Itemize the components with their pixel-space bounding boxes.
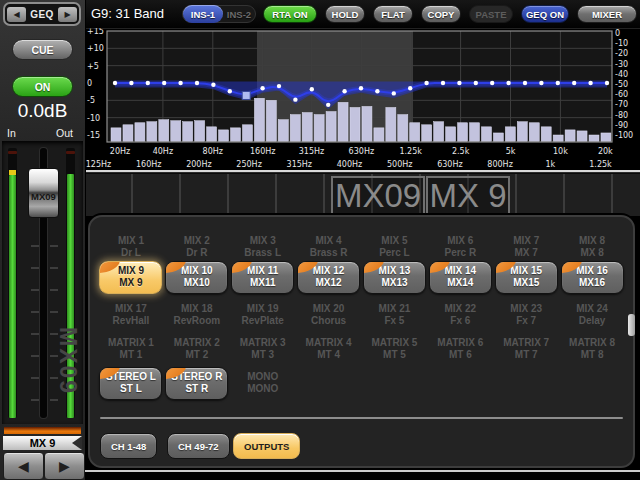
fader-scale-tick (31, 289, 39, 291)
rta-bar (589, 135, 599, 142)
band-dot (178, 81, 182, 85)
fader-handle[interactable]: MX09 (28, 168, 59, 218)
fader-scale-tick (31, 377, 39, 379)
panel-scrollbar[interactable] (628, 314, 635, 336)
channel-select-panel: MIX 1Dr LMIX 2Dr RMIX 3Brass LMIX 4Brass… (88, 215, 635, 468)
rta-bar (350, 107, 360, 141)
channel-cell: MIX 19RevPlate (230, 298, 296, 332)
cue-button[interactable]: CUE (12, 39, 73, 60)
channel-button-mix-12[interactable]: MIX 12MX12 (297, 261, 360, 294)
channel-cell (362, 366, 428, 400)
channel-cell (427, 366, 493, 400)
channel-prev-button[interactable]: ◀ (3, 452, 44, 480)
on-button[interactable]: ON (12, 76, 73, 97)
copy-button[interactable]: COPY (421, 5, 461, 23)
band-dot (310, 87, 314, 91)
channel-row-2: MIX 9MX 9MIX 10MX10MIX 11MX11MIX 12MX12M… (98, 260, 625, 294)
rta-bar (147, 122, 157, 142)
channel-text: MIX 14 (444, 265, 476, 277)
band-dot (572, 81, 576, 85)
channel-text: MONO (247, 371, 278, 384)
rta-bar (231, 128, 241, 142)
channel-label-mix-21: MIX 21Fx 5 (379, 299, 411, 332)
channel-text: MIX 12 (313, 265, 345, 277)
fader-scale-tick (50, 289, 58, 291)
channel-cell: MIX 7MX 7 (493, 230, 559, 264)
rta-bar (434, 122, 444, 142)
channel-label-mix-22: MIX 22Fx 6 (444, 299, 476, 332)
channel-button-mix-11[interactable]: MIX 11MX11 (231, 261, 294, 294)
channel-label-matrix-1: MATRIX 1MT 1 (108, 333, 154, 366)
svg-text:40Hz: 40Hz (153, 147, 173, 156)
channel-text: RevPlate (242, 315, 284, 328)
channel-text: MT 1 (120, 349, 143, 362)
fader-scale-tick (31, 399, 39, 401)
svg-text:630Hz: 630Hz (437, 160, 462, 169)
channel-text: MIX 20 (313, 303, 345, 316)
channel-cell: MATRIX 5MT 5 (362, 332, 428, 366)
channel-row-5: STEREO LST LSTEREO RST RMONOMONO (98, 366, 625, 400)
channel-text: MIX 17 (115, 303, 147, 316)
svg-text:20k: 20k (598, 147, 613, 156)
rta-bar (470, 123, 480, 142)
channel-button-stereo-l[interactable]: STEREO LST L (99, 367, 162, 400)
selected-band-handle[interactable] (242, 91, 250, 99)
paste-button[interactable]: PASTE (469, 5, 513, 23)
fader-scale-tick (50, 333, 58, 335)
rta-bar (529, 123, 539, 142)
ins-1-button[interactable]: INS-1 (183, 5, 223, 23)
channel-cell: MIX 9MX 9 (98, 260, 164, 294)
band-dot (457, 81, 461, 85)
channel-text: Brass L (244, 247, 281, 260)
geq-on-button[interactable]: GEQ ON (521, 5, 569, 23)
band-dot (375, 89, 379, 93)
channel-button-mix-15[interactable]: MIX 15MX15 (495, 261, 558, 294)
channel-button-mix-16[interactable]: MIX 16MX16 (561, 261, 624, 294)
channel-text: MATRIX 1 (108, 337, 154, 350)
channel-text: MT 6 (449, 349, 472, 362)
geq-prev-button[interactable]: ◀ (7, 7, 26, 22)
channel-text: MX12 (316, 277, 342, 289)
channel-cell (493, 366, 559, 400)
channel-button-mix-13[interactable]: MIX 13MX13 (363, 261, 426, 294)
rta-on-button[interactable]: RTA ON (263, 5, 317, 23)
channel-label-mix-3: MIX 3Brass L (244, 231, 281, 264)
flat-button[interactable]: FLAT (373, 5, 413, 23)
channel-next-button[interactable]: ▶ (44, 452, 85, 480)
channel-text: MATRIX 5 (371, 337, 417, 350)
svg-text:800Hz: 800Hz (487, 160, 512, 169)
channel-button-mix-10[interactable]: MIX 10MX10 (165, 261, 228, 294)
clip-indicator (8, 151, 17, 154)
channel-label-matrix-8: MATRIX 8MT 8 (569, 333, 615, 366)
svg-text:400Hz: 400Hz (337, 160, 362, 169)
rta-bar (183, 122, 193, 142)
fader-scale-tick (50, 245, 58, 247)
tab-ch-1-48[interactable]: CH 1-48 (100, 433, 157, 459)
channel-cell: MATRIX 6MT 6 (427, 332, 493, 366)
svg-text:0: 0 (615, 29, 620, 38)
screen-bottom-divider (85, 470, 640, 472)
channel-text: MIX 2 (184, 235, 210, 248)
channel-cell: MIX 8MX 8 (559, 230, 625, 264)
tab-outputs[interactable]: OUTPUTS (233, 433, 300, 459)
meter-in-label: In (7, 127, 16, 139)
svg-text:315Hz: 315Hz (299, 147, 324, 156)
channel-button-mix-9[interactable]: MIX 9MX 9 (99, 261, 162, 294)
channel-text: MT 2 (185, 349, 208, 362)
channel-text: MATRIX 4 (306, 337, 352, 350)
ins-2-button[interactable]: INS-2 (223, 9, 255, 20)
channel-text: MX10 (184, 277, 210, 289)
geq-next-button[interactable]: ▶ (58, 7, 77, 22)
channel-button-mix-14[interactable]: MIX 14MX14 (429, 261, 492, 294)
mixer-button[interactable]: MIXER (577, 5, 637, 23)
svg-text:+5: +5 (87, 62, 99, 71)
tab-ch-49-72[interactable]: CH 49-72 (167, 433, 230, 459)
channel-button-stereo-r[interactable]: STEREO RST R (165, 367, 228, 400)
rta-bar (505, 127, 515, 142)
channel-cell: MIX 1Dr L (98, 230, 164, 264)
band-dot (588, 81, 592, 85)
hold-button[interactable]: HOLD (325, 5, 365, 23)
rta-bar (553, 135, 563, 142)
channel-cell (296, 366, 362, 400)
channel-cell: MIX 13MX13 (362, 260, 428, 294)
